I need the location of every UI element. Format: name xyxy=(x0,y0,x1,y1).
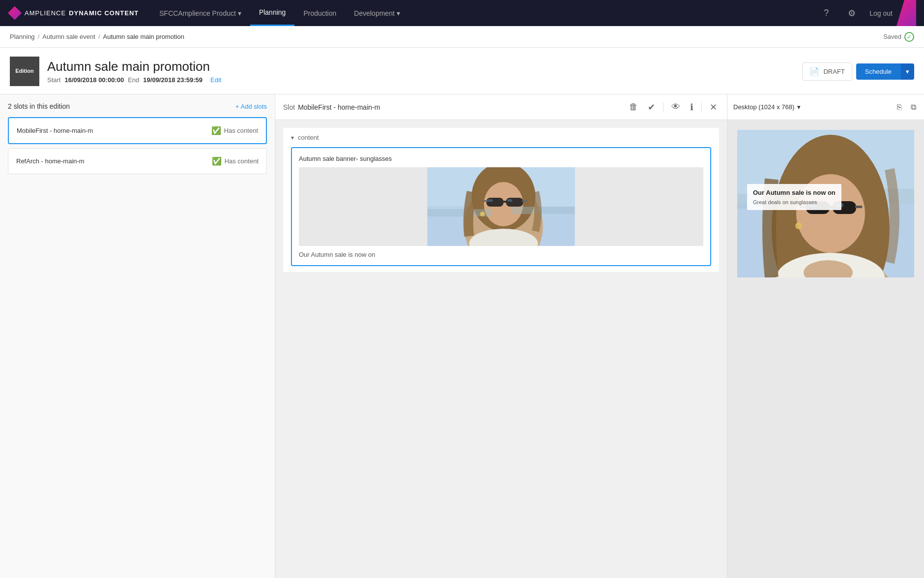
slot-label: Slot xyxy=(283,103,295,111)
slots-count-label: 2 slots in this edition xyxy=(8,102,70,110)
nav-tab-planning[interactable]: Planning xyxy=(250,0,295,26)
amplience-logo xyxy=(8,6,22,20)
slot-name-1: RefArch - home-main-m xyxy=(16,157,85,165)
slot-action-buttons: 🗑 ✔ 👁 ℹ ✕ xyxy=(627,100,719,115)
nav-tab-production-label: Production xyxy=(303,9,336,17)
checkmark-icon: ✔ xyxy=(648,102,655,113)
slot-item-0[interactable]: MobileFirst - home-main-m ✅ Has content xyxy=(8,117,267,144)
slot-status-1: ✅ Has content xyxy=(212,156,259,166)
content-card[interactable]: Autumn sale banner- sunglasses xyxy=(291,147,711,266)
help-icon: ? xyxy=(824,8,829,18)
copy-icon: ⎘ xyxy=(897,103,902,112)
preview-open-external-button[interactable]: ⧉ xyxy=(909,101,918,114)
preview-panel: Desktop (1024 x 768) ▾ ⎘ ⧉ xyxy=(727,94,924,578)
nav-tab-planning-label: Planning xyxy=(259,8,286,16)
preview-action-buttons: ⎘ ⧉ xyxy=(895,101,918,114)
slot-status-label-1: Has content xyxy=(225,157,259,165)
saved-label: Saved xyxy=(883,33,901,40)
brand-name-amp: AMPLIENCE xyxy=(25,9,66,17)
delete-slot-button[interactable]: 🗑 xyxy=(627,100,640,114)
settings-button[interactable]: ⚙ xyxy=(844,5,860,21)
nav-actions: ? ⚙ Log out xyxy=(818,5,893,21)
preview-header: Desktop (1024 x 768) ▾ ⎘ ⧉ xyxy=(727,94,924,120)
breadcrumb-event[interactable]: Autumn sale event xyxy=(42,33,95,40)
draft-doc-icon: 📄 xyxy=(809,67,819,76)
slot-status-label-0: Has content xyxy=(224,127,258,134)
start-label: Start xyxy=(47,76,60,84)
desktop-chevron-icon: ▾ xyxy=(797,103,801,111)
preview-overlay: Our Autumn sale is now on Great deals on… xyxy=(747,184,841,210)
close-icon: ✕ xyxy=(710,102,717,113)
add-slots-button[interactable]: + Add slots xyxy=(235,103,267,110)
breadcrumb-sep-1: / xyxy=(38,33,40,40)
nav-tab-development[interactable]: Development ▾ xyxy=(345,0,409,26)
development-chevron-icon: ▾ xyxy=(397,9,400,17)
nav-tab-production[interactable]: Production xyxy=(294,0,345,26)
slots-panel: 2 slots in this edition + Add slots Mobi… xyxy=(0,94,275,578)
slot-item-1[interactable]: RefArch - home-main-m ✅ Has content xyxy=(8,148,267,174)
brand-logo-area: AMPLIENCE DYNAMIC CONTENT xyxy=(8,6,139,20)
main-content: 2 slots in this edition + Add slots Mobi… xyxy=(0,94,924,578)
svg-rect-5 xyxy=(487,198,504,207)
preview-eye-button[interactable]: 👁 xyxy=(669,100,682,114)
hub-chevron-icon: ▾ xyxy=(238,9,241,17)
schedule-button[interactable]: Schedule xyxy=(856,63,900,80)
schedule-chevron-icon: ▾ xyxy=(906,68,909,75)
end-label: End xyxy=(128,76,139,84)
draft-button[interactable]: 📄 DRAFT xyxy=(802,62,852,81)
info-slot-button[interactable]: ℹ xyxy=(688,100,695,115)
info-icon: ℹ xyxy=(690,102,693,113)
content-section: ▾ content Autumn sale banner- sunglasses xyxy=(283,128,719,272)
desktop-label: Desktop (1024 x 768) xyxy=(733,103,794,111)
brand-name-dc: DYNAMIC CONTENT xyxy=(69,9,139,17)
content-card-title: Autumn sale banner- sunglasses xyxy=(299,155,703,162)
action-divider xyxy=(663,102,664,112)
action-divider-2 xyxy=(701,102,702,112)
page-meta: Start 16/09/2018 00:00:00 End 19/09/2018… xyxy=(47,76,802,84)
overlay-title: Our Autumn sale is now on xyxy=(753,189,836,197)
nav-hub-dropdown[interactable]: SFCCAmplience Product ▾ xyxy=(150,0,250,26)
preview-copy-button[interactable]: ⎘ xyxy=(895,101,904,114)
breadcrumb: Planning / Autumn sale event / Autumn sa… xyxy=(10,33,184,40)
content-collapse-header[interactable]: ▾ content xyxy=(291,134,711,141)
svg-rect-8 xyxy=(483,200,488,202)
nav-tab-development-label: Development xyxy=(354,9,395,17)
svg-point-30 xyxy=(795,222,802,229)
slot-name-0: MobileFirst - home-main-m xyxy=(17,127,93,134)
external-link-icon: ⧉ xyxy=(911,103,916,112)
preview-area: Our Autumn sale is now on Great deals on… xyxy=(727,120,924,578)
content-caption: Our Autumn sale is now on xyxy=(299,251,703,258)
end-date: 19/09/2018 23:59:59 xyxy=(143,76,202,84)
start-date: 16/09/2018 00:00:00 xyxy=(64,76,124,84)
slot-header: Slot MobileFirst - home-main-m 🗑 ✔ 👁 ℹ xyxy=(275,94,727,120)
desktop-selector[interactable]: Desktop (1024 x 768) ▾ xyxy=(733,103,801,111)
collapse-chevron-icon: ▾ xyxy=(291,134,294,141)
overlay-subtitle: Great deals on sunglasses xyxy=(753,199,836,205)
draft-label: DRAFT xyxy=(823,68,844,75)
content-image-container xyxy=(299,167,703,246)
hub-name-label: SFCCAmplience Product xyxy=(159,9,236,17)
check-slot-button[interactable]: ✔ xyxy=(646,100,657,115)
eye-icon: 👁 xyxy=(671,102,680,112)
page-header: Edition Autumn sale main promotion Start… xyxy=(0,48,924,94)
close-slot-button[interactable]: ✕ xyxy=(708,100,719,115)
logout-button[interactable]: Log out xyxy=(869,9,893,17)
page-title: Autumn sale main promotion xyxy=(47,59,802,74)
nav-accent-decoration xyxy=(896,0,916,26)
slot-content-area: ▾ content Autumn sale banner- sunglasses xyxy=(275,120,727,578)
slot-check-icon-1: ✅ xyxy=(212,156,222,166)
schedule-dropdown-button[interactable]: ▾ xyxy=(900,63,914,80)
breadcrumb-planning[interactable]: Planning xyxy=(10,33,35,40)
svg-rect-10 xyxy=(488,199,493,202)
slot-content-panel: Slot MobileFirst - home-main-m 🗑 ✔ 👁 ℹ xyxy=(275,94,727,578)
trash-icon: 🗑 xyxy=(629,102,638,112)
help-button[interactable]: ? xyxy=(818,5,834,21)
svg-rect-7 xyxy=(503,201,507,203)
slot-check-icon-0: ✅ xyxy=(211,126,221,135)
nav-tab-list: SFCCAmplience Product ▾ Planning Product… xyxy=(150,0,818,26)
breadcrumb-current: Autumn sale main promotion xyxy=(103,33,184,40)
edition-badge: Edition xyxy=(10,57,39,86)
edit-link[interactable]: Edit xyxy=(210,76,221,84)
saved-check-icon: ✓ xyxy=(904,32,914,42)
slot-header-title: Slot MobileFirst - home-main-m xyxy=(283,103,380,111)
